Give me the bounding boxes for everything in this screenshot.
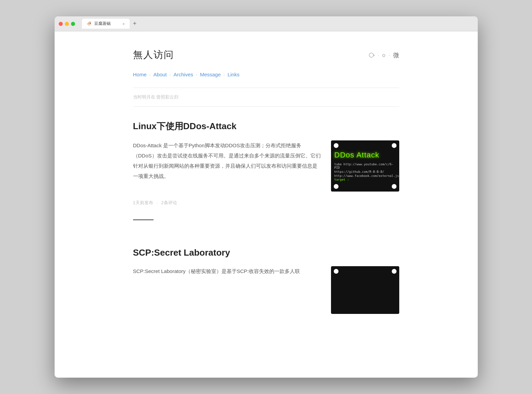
tab-close-button[interactable]: × [123, 22, 125, 26]
nav-home[interactable]: Home [133, 72, 147, 77]
terminal-line-2: https://github.com/R-B-B-B/ [334, 170, 396, 173]
corner-dot-bl [334, 184, 339, 189]
maximize-button[interactable] [71, 22, 75, 26]
article-1-excerpt: DDos-Attack 是一个基于Python脚本发动DDOS攻击压测；分布式拒… [133, 140, 321, 181]
article-1-body: DDos-Attack 是一个基于Python脚本发动DDOS攻击压测；分布式拒… [133, 140, 399, 192]
new-tab-button[interactable]: + [131, 19, 139, 28]
meta-sep: · [157, 200, 158, 206]
article-1-title[interactable]: Linux下使用DDos-Attack [133, 120, 399, 132]
article-1-published: 1天前发布 [133, 200, 153, 206]
article-2-thumbnail [331, 266, 399, 314]
article-1-meta: 1天前发布 · 2条评论 [133, 200, 399, 206]
corner-dot-br [392, 184, 397, 189]
corner-dot-2-tl [334, 269, 339, 274]
ddos-terminal: DDos Attack tube http://www.youtube.com/… [331, 140, 399, 192]
header-icons: ⧂ · ○ · 微 [369, 48, 399, 59]
article-1: Linux下使用DDos-Attack DDos-Attack 是一个基于Pyt… [133, 107, 399, 216]
terminal-prompt: target : [334, 178, 396, 181]
corner-dot-tr [392, 143, 397, 148]
article-2: SCP:Secret Laboratory SCP:Secret Laborat… [133, 234, 399, 324]
minimize-button[interactable] [65, 22, 69, 26]
article-2-title[interactable]: SCP:Secret Laboratory [133, 247, 399, 258]
corner-dot-2-tr [392, 269, 397, 274]
article-2-body: SCP:Secret Laboratory（秘密实验室）是基于SCP:收容失效的… [133, 266, 399, 314]
site-header: 無人访问 ⧂ · ○ · 微 [133, 31, 399, 72]
active-tab[interactable]: 🍜 豆腐蒸锅 × [82, 19, 130, 29]
article-2-excerpt: SCP:Secret Laboratory（秘密实验室）是基于SCP:收容失效的… [133, 266, 321, 276]
nav-links[interactable]: Links [228, 72, 240, 77]
article-1-comments[interactable]: 2条评论 [161, 200, 177, 206]
traffic-lights [59, 22, 75, 26]
rss-icon[interactable]: ⧂ [369, 52, 375, 59]
browser-window: 🍜 豆腐蒸锅 × + 無人访问 ⧂ · ○ · 微 Hom [55, 16, 478, 378]
titlebar: 🍜 豆腐蒸锅 × + [55, 16, 478, 31]
nav-about[interactable]: About [153, 72, 167, 77]
ddos-title-text: DDos Attack [334, 151, 396, 160]
github-icon[interactable]: ○ [382, 52, 386, 59]
browser-content: 無人访问 ⧂ · ○ · 微 Home · About · Archives ·… [55, 31, 478, 378]
weibo-icon[interactable]: 微 [393, 51, 399, 59]
site-subtitle: 当时明月在 曾照彩云归 [133, 88, 399, 107]
nav-message[interactable]: Message [200, 72, 221, 77]
tab-bar: 🍜 豆腐蒸锅 × + [82, 19, 474, 29]
article-1-thumbnail: DDos Attack tube http://www.youtube.com/… [331, 140, 399, 192]
site-title: 無人访问 [133, 48, 174, 61]
nav-archives[interactable]: Archives [174, 72, 193, 77]
terminal-line-3: http://www.facebook.com/external.json/(2… [334, 174, 396, 178]
terminal-line-1: tube http://www.youtube.com/c/6-PID [334, 163, 396, 169]
corner-dot-tl [334, 143, 339, 148]
site-nav: Home · About · Archives · Message · Link… [133, 72, 399, 88]
article-separator [133, 219, 154, 220]
close-button[interactable] [59, 22, 63, 26]
tab-title: 豆腐蒸锅 [94, 21, 111, 27]
tab-favicon: 🍜 [87, 21, 91, 26]
